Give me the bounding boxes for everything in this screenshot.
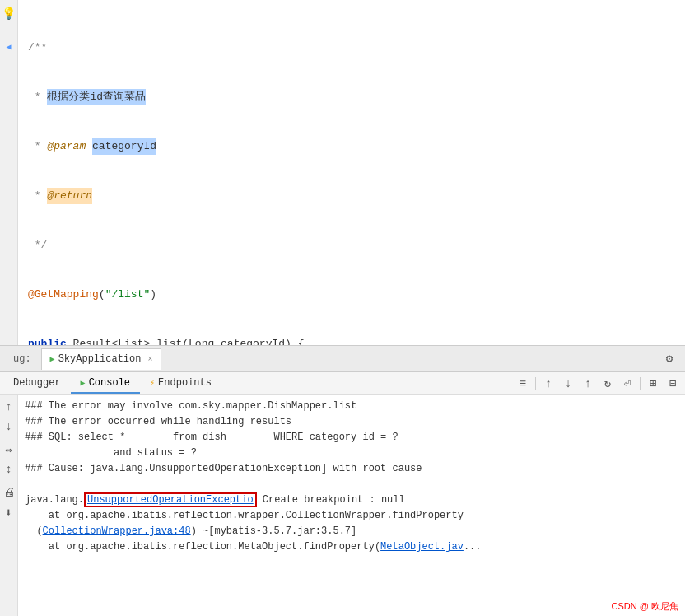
watermark: CSDN @ 欧尼焦 [612, 600, 678, 613]
output-line: ### Cause: java.lang.UnsupportedOperatio… [25, 461, 678, 477]
toolbar-return-icon[interactable]: ⏎ [618, 375, 636, 393]
toolbar-menu-icon[interactable]: ≡ [514, 375, 532, 393]
sub-tab-endpoints[interactable]: ⚡ Endpoints [140, 374, 221, 394]
debug-tab-close[interactable]: × [147, 355, 152, 364]
sub-tab-console[interactable]: ▶ Console [71, 374, 140, 394]
output-line: (CollectionWrapper.java:48) ~[mybatis-3.… [25, 524, 678, 539]
code-line: */ [28, 237, 678, 254]
output-line: ### The error occurred while handling re… [25, 414, 678, 430]
nav-resize-btn[interactable]: ↕ [1, 461, 17, 478]
sub-tab-toolbar: ≡ ↑ ↓ ↑ ↻ ⏎ ⊞ ⊟ [514, 375, 682, 393]
toolbar-icons: ⚙ [660, 350, 678, 368]
nav-down-btn[interactable]: ↓ [1, 418, 17, 435]
toolbar-up-icon[interactable]: ↑ [539, 375, 557, 393]
output-line [25, 477, 678, 492]
debug-sub-tabs: Debugger ▶ Console ⚡ Endpoints ≡ ↑ ↓ ↑ ↻… [0, 372, 685, 395]
nav-up-btn[interactable]: ↑ [1, 399, 17, 415]
exception-link[interactable]: UnsupportedOperationExceptio [87, 494, 254, 506]
output-line: ### The error may involve com.sky.mapper… [25, 399, 678, 414]
toolbar-grid1-icon[interactable]: ⊞ [644, 375, 662, 393]
output-line: and status = ? [25, 446, 678, 461]
output-line: at org.apache.ibatis.reflection.MetaObje… [25, 539, 678, 555]
sub-tab-debugger[interactable]: Debugger [3, 374, 71, 394]
output-line: at org.apache.ibatis.reflection.wrapper.… [25, 508, 678, 524]
code-line: * @param categoryId [28, 138, 678, 155]
code-line: /** [28, 40, 678, 56]
left-icon-marker: ◀ [6, 42, 11, 52]
code-line: @GetMapping("/list") [28, 287, 678, 303]
left-icon-bulb: 💡 [2, 7, 16, 21]
output-line: ### SQL: select * from dish WHERE catego… [25, 430, 678, 446]
code-content: /** * 根据分类id查询菜品 * @param categoryId * @… [18, 0, 685, 345]
toolbar-down-icon[interactable]: ↓ [559, 375, 577, 393]
debug-tab-sky[interactable]: ▶ SkyApplication × [41, 348, 162, 370]
debug-tabs-bar: ug: ▶ SkyApplication × ⚙ [0, 346, 685, 372]
nav-print-btn[interactable]: 🖨 [1, 484, 17, 501]
toolbar-refresh-icon[interactable]: ↻ [599, 375, 617, 393]
output-exception-line: java.lang.UnsupportedOperationExceptio C… [25, 492, 678, 508]
toolbar-grid2-icon[interactable]: ⊟ [664, 375, 682, 393]
debug-panel: ug: ▶ SkyApplication × ⚙ Debugger ▶ Cons… [0, 346, 685, 616]
debug-output: ### The error may involve com.sky.mapper… [18, 395, 685, 616]
nav-filter-btn[interactable]: ⇔ [1, 441, 17, 458]
gear-toolbar-icon[interactable]: ⚙ [660, 350, 678, 368]
collection-wrapper-link[interactable]: CollectionWrapper.java:48 [43, 525, 191, 537]
debug-tab-name: SkyApplication [58, 353, 142, 365]
toolbar-up2-icon[interactable]: ↑ [579, 375, 597, 393]
code-editor: 💡 ◀ /** * 根据分类id查询菜品 * @param categoryId… [0, 0, 685, 346]
nav-download-btn[interactable]: ⬇ [1, 504, 17, 520]
code-line: public Result<List> list(Long categoryId… [28, 336, 678, 345]
code-line: * @return [28, 188, 678, 204]
metaobject-link[interactable]: MetaObject.jav [380, 541, 464, 553]
code-line: * 根据分类id查询菜品 [28, 89, 678, 105]
debug-label: ug: [7, 350, 38, 368]
